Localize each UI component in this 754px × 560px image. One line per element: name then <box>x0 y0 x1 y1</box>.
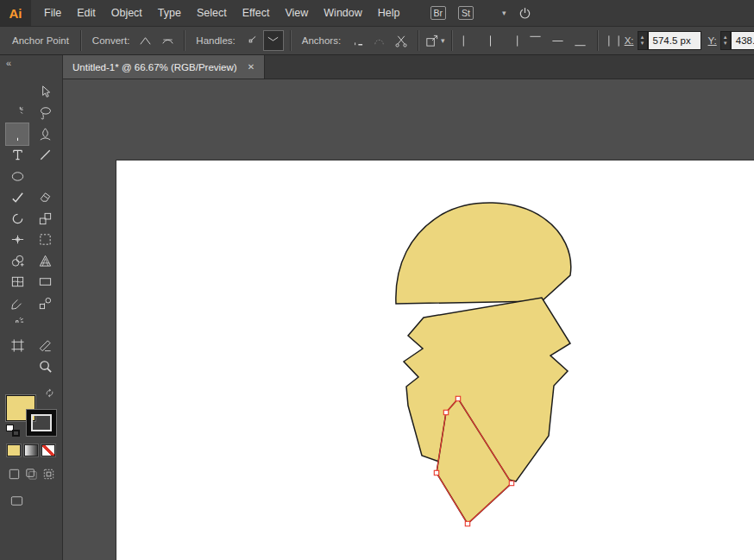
swap-fill-stroke-button[interactable] <box>44 387 55 399</box>
align-right-button[interactable] <box>503 30 524 51</box>
connect-anchors-icon <box>372 34 386 48</box>
draw-behind-button[interactable] <box>23 465 40 482</box>
hide-handles-button[interactable] <box>241 30 261 51</box>
align-left-button[interactable] <box>458 30 479 51</box>
scale-tool[interactable] <box>34 208 56 230</box>
document-tab[interactable]: Untitled-1* @ 66.67% (RGB/Preview) ✕ <box>63 55 265 79</box>
canvas-pasteboard[interactable] <box>63 79 754 560</box>
stepper-up-icon[interactable]: ▲ <box>723 35 728 41</box>
eyedropper-tool[interactable] <box>6 293 28 314</box>
stepper-down-icon[interactable]: ▼ <box>640 41 645 47</box>
align-h-center-icon <box>483 34 498 48</box>
align-v-center-button[interactable] <box>548 30 569 51</box>
draw-normal-button[interactable] <box>6 465 22 482</box>
distribute-button[interactable] <box>604 30 625 51</box>
workspace-switcher-button[interactable]: ▾ <box>486 6 506 21</box>
y-input[interactable]: 438.5 px <box>731 31 754 50</box>
shape-dome[interactable] <box>396 203 571 304</box>
x-stepper[interactable]: ▲ ▼ <box>638 31 648 50</box>
width-tool-icon <box>10 232 25 247</box>
menu-window[interactable]: Window <box>316 7 369 19</box>
pen-minus-icon <box>349 34 364 48</box>
menu-view[interactable]: View <box>277 7 316 19</box>
isolate-selection-button[interactable]: ▾ <box>424 34 445 48</box>
divider <box>418 30 418 51</box>
stock-button[interactable]: St <box>458 6 474 20</box>
menu-type[interactable]: Type <box>150 7 189 19</box>
anchor-point[interactable] <box>465 521 469 525</box>
mesh-tool[interactable] <box>6 272 28 293</box>
stepper-up-icon[interactable]: ▲ <box>640 35 645 41</box>
anchor-point[interactable] <box>456 396 460 400</box>
menu-file[interactable]: File <box>36 7 69 19</box>
control-bar: Anchor Point Convert: Handles: Anchors: … <box>0 26 754 55</box>
free-transform-tool[interactable] <box>34 230 56 251</box>
menu-help[interactable]: Help <box>370 7 408 19</box>
perspective-grid-tool[interactable] <box>34 250 56 272</box>
shaper-tool[interactable] <box>6 187 28 209</box>
stepper-down-icon[interactable]: ▼ <box>723 41 728 47</box>
menu-edit[interactable]: Edit <box>69 7 104 19</box>
lasso-tool[interactable] <box>34 103 56 124</box>
selection-tool-icon <box>10 85 25 99</box>
align-h-center-button[interactable] <box>481 30 501 51</box>
x-label[interactable]: X: <box>625 35 634 46</box>
type-tool[interactable] <box>6 145 28 167</box>
width-tool[interactable] <box>6 230 28 251</box>
x-input[interactable]: 574.5 px <box>648 31 701 50</box>
close-icon[interactable]: ✕ <box>248 62 254 72</box>
artboard-svg[interactable] <box>116 160 754 560</box>
blend-tool[interactable] <box>34 293 56 314</box>
none-button[interactable] <box>41 444 55 456</box>
perspective-grid-tool-icon <box>38 254 53 268</box>
collapse-panel-button[interactable]: « <box>0 55 62 79</box>
menu-select[interactable]: Select <box>189 7 235 19</box>
align-top-button[interactable] <box>525 30 546 51</box>
line-segment-tool[interactable] <box>34 145 56 167</box>
convert-to-smooth-button[interactable] <box>157 30 178 51</box>
connect-anchors-button[interactable] <box>368 30 389 51</box>
zoom-tool[interactable] <box>34 356 56 378</box>
paintbrush-tool[interactable] <box>34 166 56 187</box>
anchor-point[interactable] <box>434 470 438 475</box>
curvature-tool[interactable] <box>34 123 56 145</box>
ellipse-tool[interactable] <box>6 166 28 187</box>
anchor-point[interactable] <box>443 410 448 414</box>
stroke-swatch[interactable] <box>27 410 56 436</box>
shape-builder-tool[interactable] <box>6 250 28 272</box>
gradient-button[interactable] <box>24 444 38 456</box>
divider <box>80 30 81 51</box>
slice-tool[interactable] <box>34 335 56 356</box>
color-button[interactable] <box>7 444 21 456</box>
y-stepper[interactable]: ▲ ▼ <box>720 31 731 50</box>
gradient-tool[interactable] <box>34 272 56 293</box>
eraser-tool-icon <box>38 190 53 204</box>
eraser-tool[interactable] <box>34 187 56 209</box>
symbol-sprayer-tool[interactable] <box>6 314 28 336</box>
y-label[interactable]: Y: <box>708 35 717 46</box>
rotate-tool[interactable] <box>6 208 28 230</box>
menu-object[interactable]: Object <box>104 7 150 19</box>
bridge-button[interactable]: Br <box>430 6 447 20</box>
align-bottom-button[interactable] <box>570 30 591 51</box>
ellipse-tool-icon <box>10 169 25 184</box>
cut-path-button[interactable] <box>391 30 412 51</box>
sync-button[interactable] <box>518 6 532 21</box>
artboard[interactable] <box>116 160 754 560</box>
selection-tool[interactable] <box>6 81 28 103</box>
menu-effect[interactable]: Effect <box>235 7 278 19</box>
convert-to-corner-button[interactable] <box>135 30 155 51</box>
pen-tool[interactable] <box>6 123 28 145</box>
show-handles-button[interactable] <box>263 30 284 51</box>
hand-tool[interactable] <box>6 356 28 378</box>
artboard-tool[interactable] <box>6 335 28 356</box>
magic-wand-tool[interactable] <box>6 103 28 124</box>
menu-items: FileEditObjectTypeSelectEffectViewWindow… <box>36 7 408 19</box>
anchor-point[interactable] <box>509 481 513 485</box>
draw-inside-button[interactable] <box>41 465 57 482</box>
default-fill-stroke-button[interactable] <box>6 425 20 437</box>
remove-anchors-button[interactable] <box>346 30 367 51</box>
change-screen-mode-button[interactable] <box>6 490 27 511</box>
direct-selection-tool[interactable] <box>34 81 56 103</box>
column-graph-tool[interactable] <box>34 314 56 336</box>
